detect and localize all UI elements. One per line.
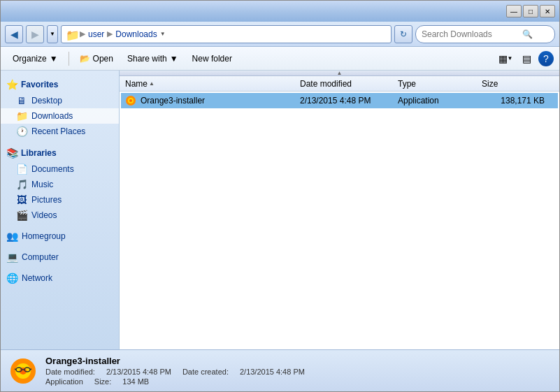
status-date-modified-label: Date modified: [45, 368, 95, 376]
share-with-label: Share with [127, 54, 167, 64]
breadcrumb-folder-icon: 📁 [66, 29, 77, 40]
sidebar-item-videos[interactable]: 🎬 Videos [1, 208, 119, 223]
favorites-label: Favorites [21, 80, 58, 89]
new-folder-button[interactable]: New folder [186, 50, 238, 68]
favorites-section-title[interactable]: ⭐ Favorites [1, 76, 119, 93]
sidebar-section-libraries: 📚 Libraries 📄 Documents 🎵 Music 🖼 Pictur… [1, 145, 119, 223]
help-button[interactable]: ? [538, 51, 554, 66]
file-name-text: Orange3-installer [141, 96, 205, 106]
sidebar-item-downloads[interactable]: 📁 Downloads [1, 108, 119, 124]
search-input[interactable] [422, 29, 519, 39]
col-header-date[interactable]: Date modified [300, 79, 398, 89]
table-row[interactable]: Orange3-installer 2/13/2015 4:48 PM Appl… [121, 93, 558, 108]
status-bar: Orange3-installer Date modified: 2/13/20… [1, 349, 559, 391]
col-header-size[interactable]: Size [482, 79, 552, 89]
share-arrow-icon: ▼ [170, 54, 178, 64]
close-button[interactable]: ✕ [540, 5, 555, 17]
address-bar: ◀ ▶ ▼ 📁 ▶ user ▶ Downloads ▼ ↻ 🔍 [1, 22, 559, 47]
forward-button[interactable]: ▶ [26, 25, 44, 43]
documents-icon: 📄 [16, 164, 27, 175]
favorites-icon: ⭐ [6, 79, 18, 90]
libraries-section-title[interactable]: 📚 Libraries [1, 145, 119, 161]
open-button[interactable]: 📂 Open [73, 50, 120, 68]
new-folder-label: New folder [192, 54, 232, 64]
file-icon [125, 95, 136, 106]
desktop-icon: 🖥 [16, 95, 27, 106]
help-icon: ? [543, 53, 549, 64]
sidebar-item-pictures[interactable]: 🖼 Pictures [1, 192, 119, 208]
status-meta: Date modified: 2/13/2015 4:48 PM Date cr… [45, 368, 305, 376]
svg-point-2 [129, 99, 132, 102]
organize-arrow-icon: ▼ [50, 54, 58, 64]
status-date-modified: 2/13/2015 4:48 PM [106, 368, 171, 376]
pictures-label: Pictures [31, 195, 62, 205]
sidebar-item-network[interactable]: 🌐 Network [1, 270, 119, 286]
svg-line-10 [30, 369, 31, 370]
videos-icon: 🎬 [16, 210, 27, 221]
column-headers: Name ▲ Date modified Type Size [120, 76, 559, 92]
documents-label: Documents [31, 164, 74, 174]
recent-places-icon: 🕐 [16, 126, 27, 137]
desktop-label: Desktop [31, 96, 62, 106]
file-name-cell: Orange3-installer [125, 95, 300, 106]
col-header-name[interactable]: Name ▲ [125, 79, 300, 89]
maximize-button[interactable]: □ [523, 5, 538, 17]
views-arrow: ▼ [508, 55, 513, 61]
open-icon: 📂 [80, 54, 90, 64]
breadcrumb-downloads[interactable]: Downloads [115, 29, 157, 39]
sidebar-item-desktop[interactable]: 🖥 Desktop [1, 93, 119, 108]
main-content: ⭐ Favorites 🖥 Desktop 📁 Downloads 🕐 Rece… [1, 71, 559, 349]
libraries-label: Libraries [21, 148, 57, 158]
sidebar-item-recent-places[interactable]: 🕐 Recent Places [1, 124, 119, 139]
share-with-button[interactable]: Share with ▼ [121, 50, 185, 68]
sidebar-item-computer[interactable]: 💻 Computer [1, 249, 119, 265]
status-file-name: Orange3-installer [45, 356, 305, 366]
scroll-up-arrow-icon: ▲ [337, 71, 343, 76]
preview-pane-icon: ▤ [522, 53, 531, 64]
views-button[interactable]: ▦ ▼ [496, 50, 515, 68]
col-header-type[interactable]: Type [398, 79, 482, 89]
downloads-label: Downloads [31, 111, 73, 121]
toolbar: Organize ▼ 📂 Open Share with ▼ New folde… [1, 47, 559, 71]
file-area: ▲ Name ▲ Date modified Type Size [120, 71, 559, 349]
minimize-button[interactable]: — [506, 5, 522, 17]
breadcrumb-separator2: ▶ [107, 29, 113, 38]
sidebar-item-music[interactable]: 🎵 Music [1, 177, 119, 192]
status-file-type: Application [45, 377, 83, 386]
svg-line-9 [15, 369, 16, 370]
sidebar-item-documents[interactable]: 📄 Documents [1, 161, 119, 177]
refresh-button[interactable]: ↻ [394, 25, 412, 43]
network-icon: 🌐 [6, 273, 17, 284]
preview-pane-button[interactable]: ▤ [517, 50, 536, 68]
computer-label: Computer [22, 252, 59, 262]
search-box[interactable]: 🔍 [415, 25, 555, 43]
window: — □ ✕ ◀ ▶ ▼ 📁 ▶ user ▶ Downloads ▼ ↻ 🔍 O… [0, 0, 560, 392]
views-icon: ▦ [498, 53, 508, 64]
music-label: Music [31, 180, 53, 189]
breadcrumb-end-arrow: ▼ [160, 31, 166, 37]
status-size: 134 MB [122, 377, 149, 386]
back-button[interactable]: ◀ [5, 25, 23, 43]
file-date: 2/13/2015 4:48 PM [300, 96, 398, 106]
computer-icon: 💻 [6, 252, 17, 263]
breadcrumb-bar: 📁 ▶ user ▶ Downloads ▼ [61, 25, 392, 43]
status-date-created-label: Date created: [182, 368, 229, 376]
organize-label: Organize [13, 54, 47, 64]
recent-places-label: Recent Places [31, 126, 85, 136]
status-file-icon [9, 357, 37, 385]
breadcrumb-user[interactable]: user [88, 29, 104, 39]
sort-arrow-icon: ▲ [149, 80, 155, 87]
videos-label: Videos [31, 210, 57, 220]
nav-dropdown-button[interactable]: ▼ [47, 25, 58, 43]
homegroup-icon: 👥 [6, 231, 17, 242]
pictures-icon: 🖼 [16, 194, 27, 205]
organize-button[interactable]: Organize ▼ [6, 50, 64, 68]
col-name-label: Name [125, 79, 148, 89]
libraries-icon: 📚 [6, 147, 18, 159]
status-info: Orange3-installer Date modified: 2/13/20… [45, 356, 305, 386]
downloads-folder-icon: 📁 [16, 110, 27, 122]
status-date-created: 2/13/2015 4:48 PM [240, 368, 305, 376]
sidebar-item-homegroup[interactable]: 👥 Homegroup [1, 228, 119, 244]
sidebar-section-homegroup: 👥 Homegroup [1, 228, 119, 244]
sidebar-section-favorites: ⭐ Favorites 🖥 Desktop 📁 Downloads 🕐 Rece… [1, 76, 119, 139]
